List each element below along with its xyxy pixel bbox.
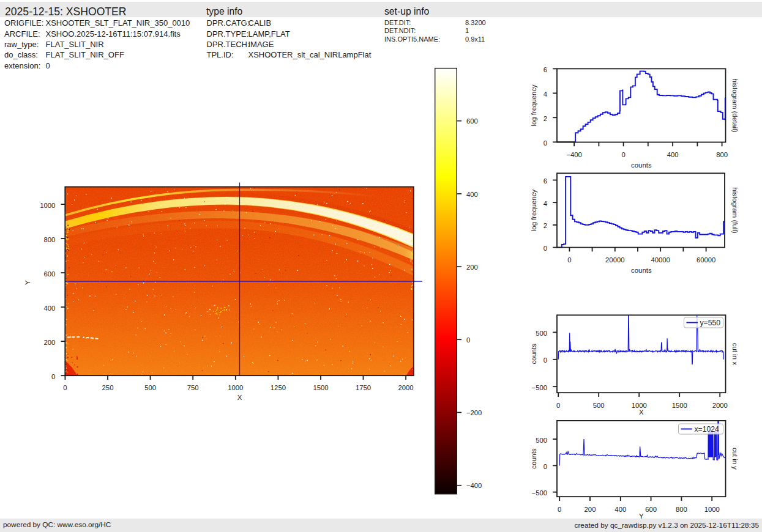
svg-text:X: X [237,394,242,401]
svg-text:−400: −400 [466,482,482,489]
svg-text:2000: 2000 [712,402,728,409]
svg-text:40000: 40000 [651,256,670,264]
svg-text:200: 200 [43,339,55,346]
svg-text:800: 800 [43,236,55,243]
svg-text:Y: Y [24,280,31,285]
svg-text:counts: counts [631,267,652,274]
svg-text:log frequency: log frequency [530,84,537,127]
svg-text:2000: 2000 [398,384,414,391]
svg-text:0: 0 [543,463,547,470]
svg-text:0: 0 [556,402,560,409]
svg-text:750: 750 [187,384,199,391]
svg-text:6: 6 [543,66,547,73]
svg-text:500: 500 [593,402,605,409]
svg-text:200: 200 [585,506,596,513]
svg-text:Y: Y [639,512,644,520]
svg-text:0: 0 [558,506,561,513]
svg-text:−500: −500 [532,384,547,391]
svg-text:400: 400 [667,151,679,158]
svg-text:500: 500 [536,330,547,337]
svg-text:cut in y: cut in y [731,448,739,470]
svg-text:4: 4 [543,200,547,207]
svg-text:2: 2 [543,222,547,229]
svg-text:0: 0 [63,384,67,391]
svg-text:0: 0 [543,245,547,252]
svg-text:counts: counts [631,161,652,169]
svg-text:1000: 1000 [228,384,243,391]
svg-text:log frequency: log frequency [530,190,537,232]
svg-text:1250: 1250 [271,384,286,391]
svg-text:1500: 1500 [313,384,328,391]
svg-text:0: 0 [51,373,55,380]
svg-text:0: 0 [466,336,470,344]
svg-text:2: 2 [543,115,547,122]
svg-text:800: 800 [716,151,728,158]
svg-text:0: 0 [543,357,547,364]
svg-text:400: 400 [466,191,478,198]
svg-text:1000: 1000 [632,402,647,409]
svg-text:250: 250 [102,384,114,391]
svg-text:600: 600 [645,506,657,513]
svg-text:y=550: y=550 [700,319,721,327]
svg-text:500: 500 [144,384,156,391]
svg-text:1000: 1000 [40,202,55,209]
svg-text:4: 4 [543,91,547,98]
svg-text:600: 600 [466,117,478,125]
svg-text:0: 0 [543,139,547,147]
svg-text:−400: −400 [566,151,581,158]
svg-text:800: 800 [676,506,687,513]
svg-text:counts: counts [530,448,537,469]
svg-text:500: 500 [536,437,547,444]
svg-text:6: 6 [543,177,547,185]
svg-text:400: 400 [43,305,55,312]
svg-text:60000: 60000 [697,256,715,264]
svg-text:counts: counts [530,344,537,364]
svg-text:1000: 1000 [704,506,720,513]
svg-text:0: 0 [567,256,571,264]
svg-text:−200: −200 [466,409,482,416]
svg-text:1500: 1500 [672,402,687,409]
svg-text:histogram (detail): histogram (detail) [731,78,739,132]
svg-text:20000: 20000 [605,256,624,264]
svg-text:−500: −500 [532,489,547,497]
svg-text:600: 600 [43,270,55,278]
svg-text:200: 200 [466,264,478,271]
svg-text:x=1024: x=1024 [695,425,720,434]
svg-text:400: 400 [614,506,626,513]
svg-text:histogram (full): histogram (full) [731,187,739,234]
svg-text:cut in x: cut in x [731,343,739,365]
svg-text:X: X [639,408,644,416]
svg-text:1750: 1750 [356,384,371,391]
svg-text:0: 0 [621,151,625,158]
